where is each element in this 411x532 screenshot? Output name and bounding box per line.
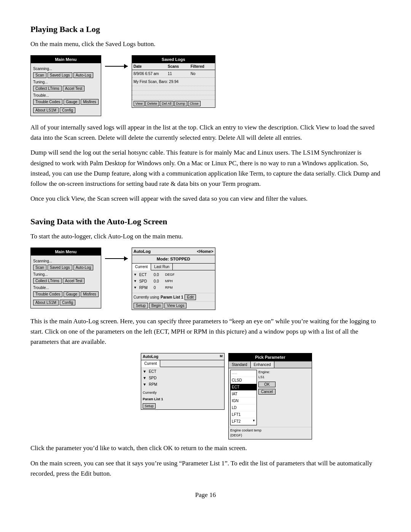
ok-button[interactable]: OK	[258, 382, 276, 387]
pick-param-tab-enhanced[interactable]: Enhanced	[251, 361, 274, 368]
accel-test-button-2[interactable]: Accel Test	[63, 278, 84, 284]
edit-button[interactable]: Edit	[185, 294, 196, 300]
mini-tab-current[interactable]: Current	[141, 360, 160, 367]
pick-param-tabs: Standard Enhanced	[229, 361, 312, 368]
scan-button-2[interactable]: Scan	[33, 265, 46, 270]
param-item-dashes[interactable]: ----	[231, 370, 256, 377]
entry1-scans: 11	[168, 71, 191, 77]
saved-logs-table-header: Date Scans Filtered	[132, 63, 215, 70]
entry1-date: 8/9/06 6:57 am	[134, 71, 168, 77]
param-item-ect[interactable]: ECT	[231, 384, 256, 391]
main-menu-header-1: Main Menu	[31, 56, 101, 64]
gauge-button-1[interactable]: Gauge	[64, 99, 80, 105]
saved-logs-empty-1	[132, 86, 215, 91]
mini-setup-btn[interactable]: Setup	[143, 403, 156, 409]
saved-logs-panel: Saved Logs Date Scans Filtered 8/9/06 6:…	[132, 55, 215, 108]
view-button[interactable]: View	[134, 101, 145, 106]
param-description-text: Engine coolant temp	[230, 428, 261, 432]
param-description-unit: (DEGF)	[230, 433, 242, 437]
pick-param-description: Engine coolant temp (DEGF)	[229, 427, 312, 439]
entry1-filtered: No	[191, 71, 213, 77]
param-item-lft2[interactable]: LFT2▼	[231, 418, 256, 425]
mini-rpm-name: RPM	[149, 382, 157, 387]
setup-button[interactable]: Setup	[134, 303, 148, 308]
saved-logs-header: Saved Logs	[132, 56, 215, 64]
mini-ect-name: ECT	[149, 369, 156, 374]
config-button-2[interactable]: Config	[60, 300, 75, 305]
autolog-panel: AutoLog <Home> Mode: STOPPED Current Las…	[132, 248, 215, 310]
autolog-home-link[interactable]: <Home>	[197, 248, 213, 255]
main-menu-header-2: Main Menu	[31, 248, 101, 256]
scan-button-1[interactable]: Scan	[33, 72, 46, 78]
param-rpm-row: ▼ RPM 0 RPM	[134, 285, 213, 291]
view-logs-button[interactable]: View Logs	[164, 303, 186, 308]
saved-logs-button-1[interactable]: Saved Logs	[48, 72, 72, 78]
scans-col-header: Scans	[168, 64, 191, 69]
about-btn-row-1: About LS1M Config	[33, 107, 99, 113]
arrow-line-2	[105, 258, 128, 259]
param-item-iat[interactable]: IAT	[231, 391, 256, 398]
del-all-button[interactable]: Del All	[160, 101, 174, 106]
trouble-codes-button-2[interactable]: Trouble Codes	[33, 291, 62, 297]
trouble-codes-button-1[interactable]: Trouble Codes	[33, 99, 62, 105]
date-col-header: Date	[134, 64, 168, 69]
pick-param-box: Pick Parameter Standard Enhanced ---- CL…	[228, 353, 312, 439]
param-item-ign[interactable]: IGN	[231, 398, 256, 404]
param-ect-arrow: ▼	[134, 272, 137, 278]
param-ect-val: 0.0	[154, 272, 163, 278]
section2-body1: This is the main Auto-Log screen. Here, …	[30, 316, 381, 347]
close-button[interactable]: Close	[188, 101, 201, 106]
diagram-autolog: Main Menu Scanning... Scan Saved Logs Au…	[30, 248, 381, 310]
section2-title: Saving Data with the Auto-Log Screen	[30, 215, 381, 228]
misfires-button-2[interactable]: Misfires	[81, 291, 98, 297]
saved-logs-button-2[interactable]: Saved Logs	[48, 265, 72, 270]
main-menu-panel-2: Main Menu Scanning... Scan Saved Logs Au…	[30, 248, 101, 309]
param-rpm-unit: RPM	[165, 285, 173, 291]
collect-ltrims-button-2[interactable]: Collect LTrims	[33, 278, 62, 284]
mini-spd-name: SPD	[149, 375, 157, 381]
auto-log-button-1[interactable]: Auto-Log	[73, 72, 94, 78]
section2-intro: To start the auto-logger, click Auto-Log…	[30, 232, 381, 241]
about-ls1m-button-2[interactable]: About LS1M	[33, 300, 59, 305]
delete-button[interactable]: Delete	[145, 101, 159, 106]
dump-button[interactable]: Dump	[174, 101, 187, 106]
param-spd-row: ▼ SPD 0.0 MPH	[134, 278, 213, 284]
cancel-button[interactable]: Cancel	[258, 389, 276, 395]
saved-logs-box: Saved Logs Date Scans Filtered 8/9/06 6:…	[132, 55, 215, 108]
accel-test-button-1[interactable]: Accel Test	[63, 86, 84, 91]
pick-param-tab-standard[interactable]: Standard	[229, 361, 251, 368]
mini-param-ect: ▼ ECT	[143, 369, 223, 374]
page-number: Page 16	[30, 490, 381, 500]
diagram1-arrow	[105, 66, 128, 67]
gauge-button-2[interactable]: Gauge	[64, 291, 80, 297]
param-spd-unit: MPH	[165, 279, 173, 284]
begin-button[interactable]: Begin	[149, 303, 164, 308]
section1-title: Playing Back a Log	[30, 23, 381, 35]
mini-currently: Currently	[141, 390, 224, 396]
config-button-1[interactable]: Config	[60, 107, 75, 113]
diagram2-arrow	[105, 258, 128, 259]
autolog-mini-params: ▼ ECT ▼ SPD ▼ RPM	[141, 367, 224, 390]
section1-body1: All of your internally saved logs will a…	[30, 122, 381, 143]
engine-label: Engine:	[258, 370, 270, 374]
diagram-saved-logs: Main Menu Scanning... Scan Saved Logs Au…	[30, 55, 381, 117]
misfires-button-1[interactable]: Misfires	[81, 99, 98, 105]
section-autolog: Saving Data with the Auto-Log Screen To …	[30, 215, 381, 479]
param-item-lft1[interactable]: LFT1	[231, 411, 256, 418]
mini-setup-row: Setup	[141, 402, 224, 409]
autolog-mini-mode: M	[220, 354, 223, 359]
saved-logs-empty-3	[132, 95, 215, 100]
section1-intro: On the main menu, click the Saved Logs b…	[30, 39, 381, 49]
about-ls1m-button-1[interactable]: About LS1M	[33, 107, 59, 113]
auto-log-button-2[interactable]: Auto-Log	[73, 265, 94, 270]
collect-ltrims-button-1[interactable]: Collect LTrims	[33, 86, 62, 91]
tab-last-run[interactable]: Last Run	[151, 264, 173, 270]
saved-logs-entry-1[interactable]: 8/9/06 6:57 am 11 No	[132, 70, 215, 78]
param-item-ld[interactable]: LD	[231, 404, 256, 411]
param-item-clsd[interactable]: CLSD	[231, 377, 256, 384]
tab-current[interactable]: Current	[132, 264, 151, 270]
mini-param-rpm: ▼ RPM	[143, 382, 223, 387]
arrow-line-1	[105, 66, 128, 67]
autolog-bottom-row: Setup Begin View Logs	[132, 301, 215, 310]
param-ect-row: ▼ ECT 0.0 DEGF	[134, 272, 213, 278]
